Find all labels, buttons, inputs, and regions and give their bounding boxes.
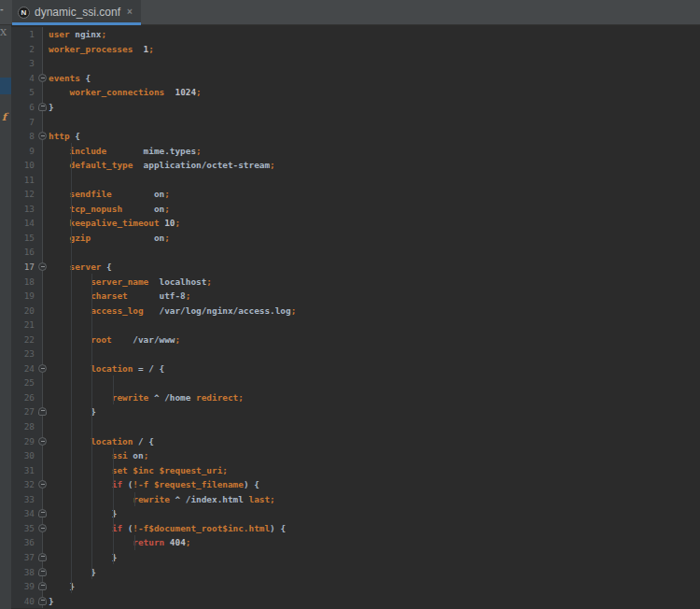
fold-start-icon[interactable] [38,74,47,82]
line-number[interactable]: 12 [11,187,43,202]
code-line[interactable]: 23 [11,347,700,361]
code-line[interactable]: 19 charset utf-8; [11,289,700,304]
line-number[interactable]: 2 [11,42,43,57]
code-text: include mime.types; [43,146,202,156]
indent-guide [113,448,114,564]
code-line[interactable]: 31 set $inc $request_uri; [11,462,700,477]
code-line[interactable]: 6} [11,100,700,115]
code-line[interactable]: 30 ssi on; [11,448,700,463]
line-number[interactable]: 13 [11,202,43,217]
fold-end-icon[interactable] [38,103,47,111]
fold-end-icon[interactable] [38,553,47,561]
tab-close-icon[interactable]: × [127,7,133,17]
fold-end-icon[interactable] [38,407,47,416]
line-number[interactable]: 7 [11,114,43,129]
line-number[interactable]: 16 [11,245,43,260]
indent-guide [71,143,72,593]
code-line[interactable]: 37 } [11,550,700,565]
code-line[interactable]: 40} [11,593,700,608]
code-line[interactable]: 32 if (!-f $request_filename) { [11,477,700,492]
code-line[interactable]: 8http { [11,129,700,144]
code-text: worker_connections 1024; [43,87,202,97]
code-line[interactable]: 22 root /var/www; [11,332,700,347]
code-line[interactable]: 18 server_name localhost; [11,274,700,289]
line-number[interactable]: 22 [11,332,43,347]
code-line[interactable]: 38 } [11,564,700,579]
code-line[interactable]: 20 access_log /var/log/nginx/access.log; [11,303,700,318]
line-number[interactable]: 26 [11,390,43,405]
code-text: rewrite ^ /index.html last; [43,494,275,504]
code-line[interactable]: 28 [11,419,700,434]
line-number[interactable]: 15 [11,231,43,246]
line-number[interactable]: 1 [11,27,43,42]
code-line[interactable]: 16 [11,245,700,260]
line-number[interactable]: 9 [11,143,43,158]
code-line[interactable]: 34 } [11,506,700,521]
code-text: tcp_nopush on; [43,204,170,214]
code-line[interactable]: 24 location = / { [11,361,700,376]
code-text: location / { [43,436,154,446]
fold-end-icon[interactable] [38,568,47,576]
fold-end-icon[interactable] [38,582,47,590]
line-number[interactable]: 5 [11,85,43,100]
code-line[interactable]: 5 worker_connections 1024; [11,85,700,100]
file-tab-dynamic-ssi-conf[interactable]: N dynamic_ssi.conf × [12,0,141,24]
code-line[interactable]: 12 sendfile on; [11,187,700,202]
fold-start-icon[interactable] [38,524,47,532]
code-text: if (!-f$document_root$inc.html) { [43,523,286,533]
code-line[interactable]: 36 return 404; [11,535,700,550]
code-line[interactable]: 9 include mime.types; [11,143,700,158]
line-number[interactable]: 25 [11,375,43,390]
line-number[interactable]: 14 [11,216,43,231]
code-line[interactable]: 3 [11,56,700,71]
code-text: server { [43,262,112,272]
tab-title: dynamic_ssi.conf [35,6,120,19]
code-text: } [43,552,117,562]
code-text: keepalive_timeout 10; [43,218,180,228]
fold-start-icon[interactable] [38,262,47,271]
line-number[interactable]: 11 [11,172,43,187]
code-line[interactable]: 25 [11,375,700,390]
code-line[interactable]: 7 [11,114,700,129]
code-line[interactable]: 27 } [11,404,700,419]
line-number[interactable]: 10 [11,158,43,173]
fold-end-icon[interactable] [38,509,47,517]
line-number[interactable]: 18 [11,274,43,289]
code-line[interactable]: 35 if (!-f$document_root$inc.html) { [11,521,700,536]
line-number[interactable]: 21 [11,318,43,333]
code-line[interactable]: 29 location / { [11,433,700,448]
code-editor[interactable]: 1user nginx;2worker_processes 1;34events… [11,25,700,609]
fold-start-icon[interactable] [38,364,47,373]
line-number[interactable]: 19 [11,289,43,304]
indent-guide [113,375,114,404]
cropped-file-icon: f [2,111,7,123]
line-number[interactable]: 30 [11,448,43,463]
code-line[interactable]: 1user nginx; [11,27,700,42]
code-line[interactable]: 13 tcp_nopush on; [11,202,700,217]
code-line[interactable]: 17 server { [11,260,700,275]
code-line[interactable]: 10 default_type application/octet-stream… [11,158,700,173]
code-line[interactable]: 4events { [11,71,700,86]
line-number[interactable]: 23 [11,347,43,361]
fold-end-icon[interactable] [38,597,47,605]
line-number[interactable]: 33 [11,492,43,507]
code-line[interactable]: 15 gzip on; [11,231,700,246]
code-line[interactable]: 39 } [11,579,700,594]
line-number[interactable]: 28 [11,419,43,434]
line-number[interactable]: 3 [11,56,43,71]
code-text: worker_processes 1; [43,44,154,54]
line-number[interactable]: 36 [11,535,43,550]
code-line[interactable]: 2worker_processes 1; [11,42,700,57]
line-number[interactable]: 31 [11,462,43,477]
cropped-panel-dash-icon: - [0,3,4,14]
code-line[interactable]: 26 rewrite ^ /home redirect; [11,390,700,405]
ide-window: - N dynamic_ssi.conf × X f 1user nginx;2… [0,0,700,609]
line-number[interactable]: 20 [11,303,43,318]
code-line[interactable]: 33 rewrite ^ /index.html last; [11,492,700,507]
code-line[interactable]: 11 [11,172,700,187]
fold-start-icon[interactable] [38,437,47,446]
code-line[interactable]: 21 [11,318,700,333]
code-line[interactable]: 14 keepalive_timeout 10; [11,216,700,231]
code-text: location = / { [43,363,164,374]
code-text: server_name localhost; [43,276,212,287]
